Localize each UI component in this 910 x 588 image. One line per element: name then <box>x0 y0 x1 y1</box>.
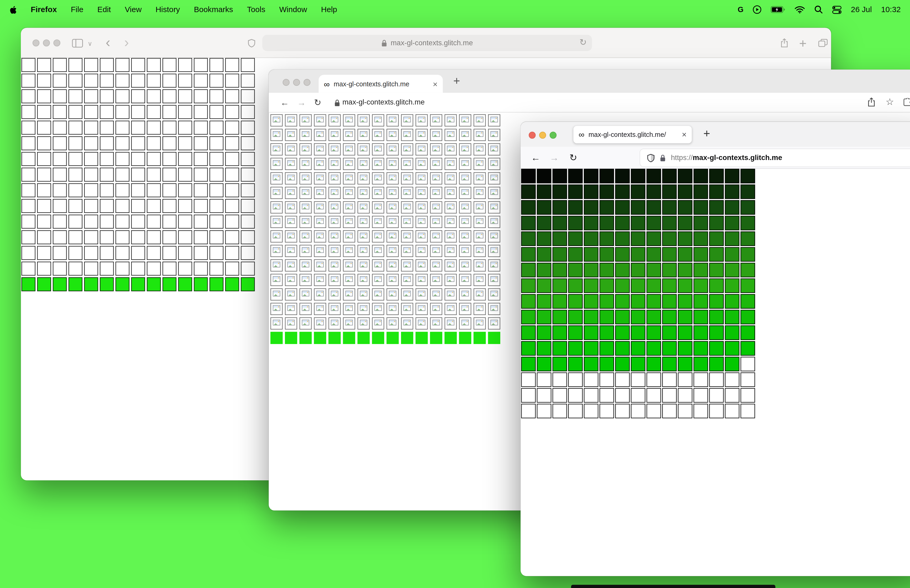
back-button[interactable]: ‹ <box>105 35 110 49</box>
control-center-icon[interactable] <box>832 5 842 14</box>
now-playing-icon[interactable] <box>753 5 761 14</box>
gl-canvas-cell <box>693 310 708 324</box>
bookmark-star-icon[interactable]: ☆ <box>886 96 894 107</box>
gl-canvas-cell <box>372 259 384 271</box>
gl-canvas-cell <box>568 278 583 293</box>
broken-image-icon <box>360 247 368 253</box>
reload-icon[interactable]: ↻ <box>314 97 321 108</box>
battery-icon[interactable] <box>771 6 785 13</box>
forward-button[interactable]: → <box>297 97 306 108</box>
tracking-protection-shield-icon[interactable] <box>647 153 655 162</box>
menu-file[interactable]: File <box>71 5 84 14</box>
broken-image-icon <box>316 262 324 267</box>
broken-image-icon <box>476 305 483 311</box>
menu-edit[interactable]: Edit <box>97 5 111 14</box>
sidebar-icon[interactable] <box>72 39 83 50</box>
menu-tools[interactable]: Tools <box>247 5 265 14</box>
close-button[interactable] <box>283 79 289 86</box>
spotlight-search-icon[interactable] <box>815 5 823 14</box>
menu-history[interactable]: History <box>156 5 180 14</box>
broken-image-icon <box>302 247 309 253</box>
address-bar[interactable]: https://max-gl-contexts.glitch.me <box>640 149 910 166</box>
new-tab-button[interactable]: + <box>703 127 710 141</box>
gl-canvas-cell <box>662 247 677 262</box>
gl-canvas-cell <box>372 114 384 126</box>
firefox-window-front[interactable]: ∞ max-gl-contexts.glitch.me/ × + ← → ↻ h… <box>520 122 910 576</box>
gl-canvas-cell <box>430 201 442 213</box>
broken-image-icon <box>316 276 324 282</box>
gl-canvas-cell <box>100 136 114 150</box>
gl-canvas-cell <box>100 278 114 291</box>
address-bar[interactable]: max-gl-contexts.glitch.me ↻ <box>262 35 592 51</box>
apple-menu[interactable] <box>9 5 17 14</box>
menu-bookmarks[interactable]: Bookmarks <box>194 5 233 14</box>
back-button[interactable]: ← <box>531 152 540 163</box>
zoom-button[interactable] <box>304 79 310 86</box>
gl-canvas-cell <box>662 263 677 277</box>
forward-button[interactable]: › <box>124 35 129 49</box>
broken-image-icon <box>273 262 280 267</box>
gl-canvas-cell <box>568 341 583 355</box>
gl-canvas-cell <box>372 245 384 257</box>
minimize-button[interactable] <box>539 132 546 139</box>
gl-canvas-cell <box>678 357 692 372</box>
broken-image-icon <box>360 233 368 239</box>
menu-bar-clock[interactable]: 10:32 <box>881 5 900 14</box>
gl-canvas-cell <box>37 58 51 72</box>
zoom-button[interactable] <box>53 39 60 46</box>
offscreen-window-peek[interactable] <box>571 585 776 588</box>
minimize-button[interactable] <box>293 79 300 86</box>
gl-canvas-cell <box>357 274 370 286</box>
address-bar-url: https://max-gl-contexts.glitch.me <box>671 154 782 162</box>
gl-canvas-cell <box>444 216 457 228</box>
gl-canvas-cell <box>314 187 326 199</box>
minimize-button[interactable] <box>43 39 50 46</box>
extensions-icon[interactable] <box>903 98 910 109</box>
chevron-down-icon[interactable]: ∨ <box>88 40 92 48</box>
address-bar-url[interactable]: max-gl-contexts.glitch.me <box>342 98 425 106</box>
new-tab-button[interactable]: + <box>799 36 807 51</box>
gl-canvas-cell <box>401 158 413 170</box>
broken-image-icon <box>403 276 411 282</box>
broken-image-icon <box>287 218 295 224</box>
safari-toolbar: ∨ ‹ › max-gl-contexts.glitch.me ↻ + <box>21 28 831 58</box>
tab-overview-icon[interactable] <box>818 39 828 50</box>
close-button[interactable] <box>32 39 39 46</box>
privacy-shield-icon[interactable] <box>248 39 255 50</box>
broken-image-icon <box>375 262 382 267</box>
broken-image-icon <box>316 174 324 180</box>
browser-tab[interactable]: ∞ max-gl-contexts.glitch.me/ × <box>574 126 692 143</box>
new-tab-button[interactable]: + <box>453 74 460 88</box>
gl-canvas-cell <box>678 247 692 262</box>
share-icon[interactable] <box>781 38 788 50</box>
gl-canvas-cell <box>100 183 114 197</box>
tab-close-icon[interactable]: × <box>682 130 687 139</box>
gl-canvas-cell <box>22 246 36 260</box>
gl-canvas-cell <box>725 184 739 199</box>
back-button[interactable]: ← <box>280 97 289 108</box>
reload-icon[interactable]: ↻ <box>569 152 577 163</box>
menu-help[interactable]: Help <box>321 5 337 14</box>
gl-canvas-cell <box>678 216 692 230</box>
menu-app-name[interactable]: Firefox <box>31 5 57 14</box>
gl-canvas-cell <box>225 183 239 197</box>
gl-canvas-cell <box>444 303 457 315</box>
menu-window[interactable]: Window <box>279 5 307 14</box>
browser-tab[interactable]: ∞ max-gl-contexts.glitch.me × <box>318 75 443 93</box>
forward-button[interactable]: → <box>550 152 559 163</box>
menu-view[interactable]: View <box>125 5 142 14</box>
gl-canvas-cell <box>194 230 208 244</box>
wifi-icon[interactable] <box>795 6 805 13</box>
gl-canvas-cell <box>568 184 583 199</box>
zoom-button[interactable] <box>550 132 556 139</box>
grammarly-icon[interactable]: G <box>738 5 744 14</box>
reload-icon[interactable]: ↻ <box>580 37 587 48</box>
gl-canvas-cell <box>241 152 255 166</box>
gl-canvas-cell <box>459 187 471 199</box>
gl-canvas-cell <box>53 121 67 134</box>
gl-canvas-cell <box>521 310 535 324</box>
share-icon[interactable] <box>868 97 875 109</box>
tab-close-icon[interactable]: × <box>433 79 438 89</box>
menu-bar-date[interactable]: 26 Jul <box>851 5 872 14</box>
close-button[interactable] <box>529 132 535 139</box>
